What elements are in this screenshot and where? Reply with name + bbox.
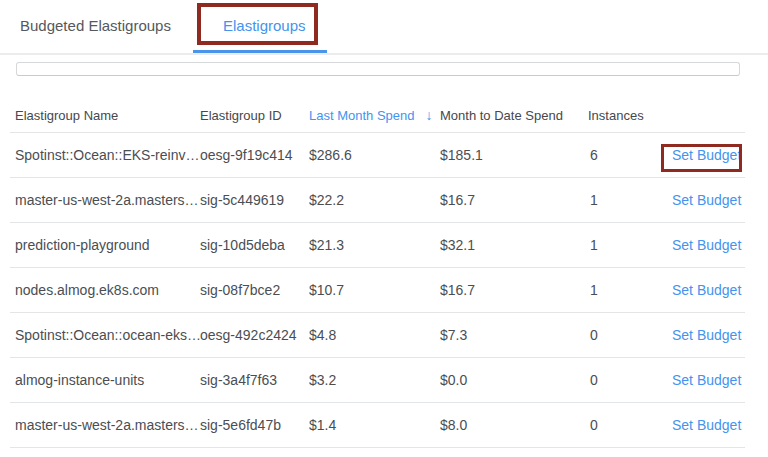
table-row: master-us-west-2a.masters… sig-5c449619 … (10, 178, 745, 223)
set-budget-button[interactable]: Set Budget (672, 327, 741, 343)
last-month-spend: $4.8 (309, 327, 440, 343)
elastigroup-name: nodes.almog.ek8s.com (10, 282, 200, 298)
instances-count: 1 (588, 237, 672, 253)
last-month-spend: $1.4 (309, 417, 440, 433)
elastigroup-id: sig-08f7bce2 (200, 282, 309, 298)
month-to-date-spend: $16.7 (440, 192, 588, 208)
set-budget-button[interactable]: Set Budget (672, 282, 741, 298)
last-month-spend: $10.7 (309, 282, 440, 298)
last-month-spend: $286.6 (309, 147, 440, 163)
month-to-date-spend: $7.3 (440, 327, 588, 343)
instances-count: 0 (588, 327, 672, 343)
elastigroup-name: Spotinst::Ocean::ocean-eks… (10, 327, 200, 343)
set-budget-button[interactable]: Set Budget (672, 192, 741, 208)
elastigroup-id: sig-3a4f7f63 (200, 372, 309, 388)
set-budget-button[interactable]: Set Budget (672, 237, 741, 253)
month-to-date-spend: $8.0 (440, 417, 588, 433)
table-row: master-us-west-2a.masters… sig-5e6fd47b … (10, 403, 745, 448)
budgets-elastigroups-screen: Budgeted Elastigroups Elastigroups Elast… (0, 0, 768, 457)
instances-count: 6 (588, 147, 672, 163)
instances-count: 0 (588, 372, 672, 388)
elastigroup-name: master-us-west-2a.masters… (10, 417, 200, 433)
month-to-date-spend: $16.7 (440, 282, 588, 298)
table-row: almog-instance-units sig-3a4f7f63 $3.2 $… (10, 358, 745, 403)
elastigroup-id: oesg-9f19c414 (200, 147, 309, 163)
column-header-last-month-spend[interactable]: Last Month Spend↓ (309, 107, 440, 123)
elastigroup-id: sig-5e6fd47b (200, 417, 309, 433)
elastigroup-name: master-us-west-2a.masters… (10, 192, 200, 208)
tab-budgeted-elastigroups[interactable]: Budgeted Elastigroups (20, 0, 171, 50)
elastigroup-id: sig-5c449619 (200, 192, 309, 208)
table-row: Spotinst::Ocean::ocean-eks… oesg-492c242… (10, 313, 745, 358)
last-month-spend: $21.3 (309, 237, 440, 253)
tab-elastigroups[interactable]: Elastigroups (223, 0, 306, 50)
table-header-row: Elastigroup Name Elastigroup ID Last Mon… (10, 98, 745, 133)
elastigroup-id: sig-10d5deba (200, 237, 309, 253)
elastigroup-name: prediction-playground (10, 237, 200, 253)
elastigroup-name: Spotinst::Ocean::EKS-reinv… (10, 147, 200, 163)
table-row: Spotinst::Ocean::EKS-reinv… oesg-9f19c41… (10, 133, 745, 178)
instances-count: 1 (588, 282, 672, 298)
month-to-date-spend: $0.0 (440, 372, 588, 388)
column-header-month-to-date-spend[interactable]: Month to Date Spend (440, 108, 588, 123)
filter-input[interactable] (16, 62, 740, 76)
column-header-elastigroup-name[interactable]: Elastigroup Name (10, 108, 200, 123)
last-month-spend: $22.2 (309, 192, 440, 208)
instances-count: 0 (588, 417, 672, 433)
set-budget-button[interactable]: Set Budget (672, 417, 741, 433)
last-month-spend: $3.2 (309, 372, 440, 388)
month-to-date-spend: $32.1 (440, 237, 588, 253)
set-budget-button[interactable]: Set Budget (672, 147, 741, 163)
elastigroup-id: oesg-492c2424 (200, 327, 309, 343)
elastigroup-name: almog-instance-units (10, 372, 200, 388)
table-row: nodes.almog.ek8s.com sig-08f7bce2 $10.7 … (10, 268, 745, 313)
month-to-date-spend: $185.1 (440, 147, 588, 163)
column-header-instances[interactable]: Instances (588, 108, 672, 123)
elastigroups-table: Elastigroup Name Elastigroup ID Last Mon… (10, 98, 745, 448)
tab-bar: Budgeted Elastigroups Elastigroups (0, 0, 768, 54)
column-header-last-month-spend-label: Last Month Spend (309, 108, 415, 123)
sort-descending-icon: ↓ (426, 107, 433, 123)
table-row: prediction-playground sig-10d5deba $21.3… (10, 223, 745, 268)
column-header-elastigroup-id[interactable]: Elastigroup ID (200, 108, 309, 123)
set-budget-button[interactable]: Set Budget (672, 372, 741, 388)
tab-bar-divider (0, 53, 768, 55)
instances-count: 1 (588, 192, 672, 208)
